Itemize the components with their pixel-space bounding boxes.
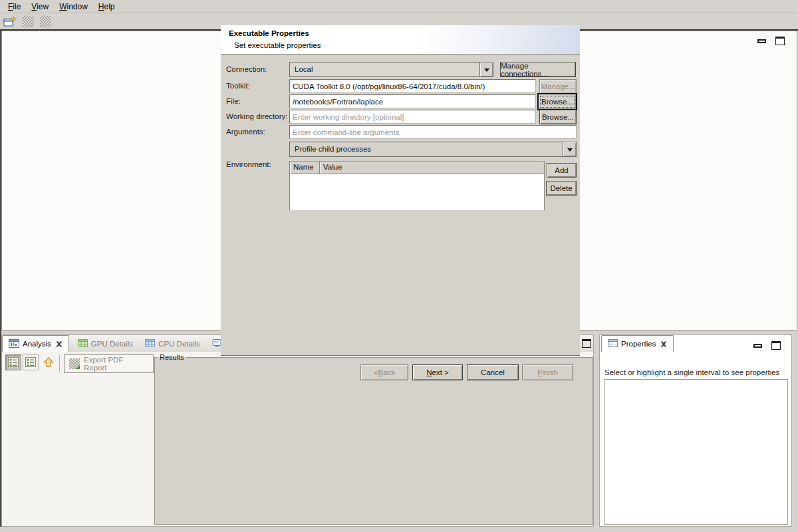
properties-panel: Properties Select or highlight a single … (599, 334, 792, 527)
manage-toolkit-button[interactable]: Manage... (539, 79, 577, 94)
menu-window[interactable]: Window (54, 1, 93, 13)
dialog-banner: Executable Properties Set executable pro… (221, 25, 580, 55)
connection-value: Local (295, 65, 313, 73)
working-directory-input[interactable] (289, 110, 536, 124)
maximize-icon[interactable] (775, 37, 785, 45)
analysis-guided-view-button[interactable] (23, 354, 39, 370)
back-button[interactable]: < Back (360, 364, 408, 380)
analysis-panel: Analysis GPU Details CPU Details (1, 334, 594, 527)
guided-view-icon (25, 357, 36, 368)
export-pdf-button[interactable]: Export PDF Report (64, 354, 154, 373)
properties-icon (608, 339, 618, 348)
properties-empty-box (604, 379, 788, 525)
browse-workdir-button[interactable]: Browse... (539, 110, 577, 124)
results-group-label: Results (158, 353, 186, 361)
analysis-list-view-button[interactable] (5, 354, 21, 370)
close-icon[interactable] (660, 341, 667, 347)
menu-file[interactable]: File (3, 1, 26, 13)
chevron-down-icon[interactable] (479, 63, 493, 76)
connection-combo[interactable]: Local (289, 62, 493, 77)
analysis-maximize-icon[interactable] (582, 339, 591, 348)
manage-connections-button[interactable]: Manage connections... (500, 62, 576, 77)
profile-children-value: Profile child processes (295, 145, 371, 153)
file-label: File: (226, 97, 241, 105)
tab-gpu-details[interactable]: GPU Details (72, 335, 139, 352)
menu-help[interactable]: Help (93, 1, 120, 13)
cancel-button[interactable]: Cancel (467, 364, 519, 380)
analysis-toolbar: Export PDF Report (2, 352, 155, 376)
console-icon (212, 339, 221, 348)
tab-cpu-details-label: CPU Details (158, 340, 200, 348)
toolkit-input[interactable] (289, 79, 536, 93)
tab-properties[interactable]: Properties (601, 335, 674, 352)
chevron-down-icon[interactable] (563, 142, 576, 156)
environment-table: Name Value (289, 161, 545, 210)
application-window: File View Window Help ... (0, 0, 798, 532)
file-input[interactable] (289, 94, 536, 108)
environment-table-header: Name Value (290, 162, 544, 174)
finish-button[interactable]: Finish (522, 364, 573, 380)
export-pdf-icon (69, 358, 80, 369)
menu-view[interactable]: View (26, 1, 54, 13)
profile-children-combo[interactable]: Profile child processes (289, 142, 577, 157)
tab-analysis-label: Analysis (23, 340, 51, 348)
close-icon[interactable] (56, 341, 63, 347)
new-session-icon (3, 16, 17, 29)
tab-properties-label: Properties (621, 340, 656, 348)
new-session-button[interactable] (3, 15, 17, 29)
properties-maximize-icon[interactable] (771, 341, 781, 350)
tab-gpu-details-label: GPU Details (91, 340, 133, 348)
arguments-input[interactable] (289, 125, 577, 139)
tab-analysis[interactable]: Analysis (2, 335, 69, 352)
toolkit-label: Toolkit: (226, 82, 250, 90)
gpu-details-icon (78, 339, 88, 348)
window-bottom-strip (0, 527, 798, 532)
working-directory-label: Working directory: (226, 112, 287, 120)
disabled-toolbar-icon (23, 16, 34, 27)
menu-bar: File View Window Help (0, 0, 798, 13)
cpu-details-icon (145, 339, 155, 348)
connection-label: Connection: (226, 65, 267, 73)
delete-env-button[interactable]: Delete (546, 181, 577, 196)
environment-label: Environment: (226, 160, 271, 168)
browse-file-button[interactable]: Browse... (538, 94, 577, 110)
list-view-icon (8, 357, 19, 368)
analysis-up-level-button[interactable] (41, 356, 56, 370)
properties-minimize-icon[interactable] (753, 344, 762, 348)
minimize-icon[interactable] (757, 39, 766, 43)
arguments-label: Arguments: (226, 128, 265, 136)
next-button[interactable]: Next > (412, 364, 463, 380)
dialog-subtitle: Set executable properties (234, 41, 321, 49)
up-arrow-icon (43, 356, 55, 370)
add-env-button[interactable]: Add (547, 163, 577, 178)
properties-message: Select or highlight a single interval to… (604, 368, 779, 376)
executable-properties-dialog: Executable Properties Set executable pro… (221, 25, 580, 356)
analysis-icon (9, 339, 19, 349)
env-col-name[interactable]: Name (290, 162, 320, 174)
env-col-value[interactable]: Value (320, 162, 544, 174)
dialog-title: Executable Properties (229, 29, 309, 37)
environment-table-body[interactable] (290, 174, 544, 210)
toolbar-divider (59, 355, 60, 372)
export-pdf-label: Export PDF Report (84, 356, 148, 372)
tab-cpu-details[interactable]: CPU Details (139, 335, 206, 352)
